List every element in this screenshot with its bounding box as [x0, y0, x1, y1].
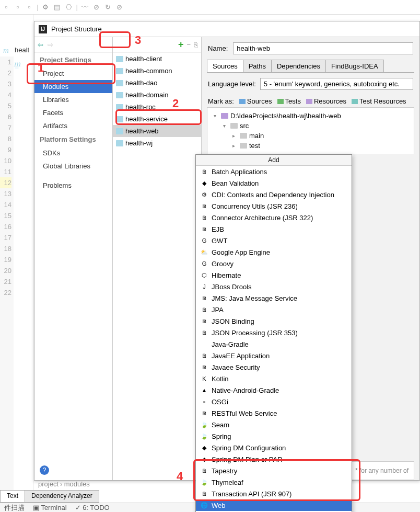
module-item[interactable]: health-wj — [113, 137, 201, 149]
sidebar-item-problems[interactable]: Problems — [34, 179, 112, 192]
add-framework-popup: Add 🗎Batch Applications◆Bean Validation⚙… — [195, 154, 352, 512]
popup-item[interactable]: 🍃Thymeleaf — [196, 476, 352, 488]
mark-as-label: Mark as: — [208, 97, 234, 105]
tab-dependencies[interactable]: Dependencies — [271, 60, 326, 72]
sidebar-item-sdks[interactable]: SDKs — [34, 146, 112, 160]
module-item[interactable]: health-rpc — [113, 101, 201, 113]
chip-icon[interactable]: ⎔ — [64, 3, 73, 12]
mark-test-resources[interactable]: Test Resources — [352, 97, 406, 105]
source-tree: ▾D:\IdeaProjects\health-wj\health-web ▾s… — [207, 107, 414, 154]
toolbar-icon[interactable]: ▫ — [2, 3, 10, 12]
popup-item[interactable]: 🍃Spring — [196, 430, 352, 442]
popup-item[interactable]: 🗎Transaction API (JSR 907) — [196, 488, 352, 499]
module-item[interactable]: health-domain — [113, 89, 201, 101]
back-icon[interactable]: ⇦ — [38, 41, 43, 49]
tree-test[interactable]: ▸test — [214, 141, 407, 151]
popup-item[interactable]: 🗎Batch Applications — [196, 166, 352, 177]
status-scan[interactable]: 件扫描 — [4, 503, 25, 513]
tree-root[interactable]: ▾D:\IdeaProjects\health-wj\health-web — [214, 111, 407, 121]
add-icon[interactable]: + — [178, 39, 184, 50]
m-icon: m — [0, 45, 12, 56]
name-input[interactable] — [233, 42, 413, 54]
status-terminal[interactable]: ▣ Terminal — [33, 504, 67, 511]
tab-label[interactable]: healt — [14, 45, 30, 55]
module-item[interactable]: health-service — [113, 113, 201, 125]
sidebar-item-modules[interactable]: Modules — [34, 80, 112, 93]
module-item[interactable]: health-web — [113, 125, 201, 137]
popup-item[interactable]: KKotlin — [196, 373, 352, 384]
language-level-label: Language level: — [208, 80, 256, 88]
tab-findbugs[interactable]: FindBugs-IDEA — [325, 60, 384, 72]
main-toolbar: ▫ ▫ ▫ | ⚙ ▤ ⎔ | 〰 ⊘ ↻ ⊘ — [0, 0, 420, 15]
popup-item[interactable]: 🗎RESTful Web Service — [196, 407, 352, 419]
popup-item[interactable]: JJBoss Drools — [196, 281, 352, 292]
sidebar-item-project[interactable]: Project — [34, 67, 112, 80]
popup-item[interactable]: 🍃Seam — [196, 419, 352, 430]
bottom-tabs: Text Dependency Analyzer — [0, 490, 99, 503]
help-icon[interactable]: ? — [40, 465, 49, 475]
mark-tests[interactable]: Tests — [277, 97, 301, 105]
breadcrumb: project › modules — [34, 478, 94, 490]
popup-item[interactable]: GGroovy — [196, 258, 352, 269]
popup-item[interactable]: ⚙CDI: Contexts and Dependency Injection — [196, 189, 352, 200]
mark-sources[interactable]: Sources — [239, 97, 272, 105]
mark-resources[interactable]: Resources — [306, 97, 346, 105]
tab-paths[interactable]: Paths — [243, 60, 272, 72]
tab-text[interactable]: Text — [0, 490, 25, 503]
toolbar-icon[interactable]: ▫ — [25, 3, 33, 12]
toolbar-icon[interactable]: ▫ — [14, 3, 22, 12]
module-tabs: Sources Paths Dependencies FindBugs-IDEA — [207, 60, 414, 73]
structure-icon[interactable]: ▤ — [53, 3, 61, 12]
popup-item[interactable]: 🗎JPA — [196, 304, 352, 315]
popup-item[interactable]: Java-Gradle — [196, 338, 352, 350]
popup-item[interactable]: ◆Bean Validation — [196, 177, 352, 189]
popup-item[interactable]: ▫OSGi — [196, 396, 352, 407]
line-gutter: 12345678910111213141516171819202122 — [0, 56, 14, 491]
cancel-icon[interactable]: ⊘ — [115, 3, 124, 12]
popup-item[interactable]: ⬡Hibernate — [196, 269, 352, 281]
popup-item[interactable]: 🗎Javaee Security — [196, 361, 352, 373]
popup-item[interactable]: 🗎Concurrency Utils (JSR 236) — [196, 200, 352, 212]
settings-icon[interactable]: ⚙ — [41, 3, 50, 12]
editor-left-strip: m healt m̲ 12345678910111213141516171819… — [0, 15, 34, 491]
modules-toolbar: + − ⎘ — [113, 37, 201, 53]
m-icon-small: m̲ — [14, 60, 20, 69]
popup-item[interactable]: ⛅Google App Engine — [196, 246, 352, 258]
modules-list-panel: + − ⎘ health-clienthealth-commonhealth-d… — [113, 37, 202, 480]
popup-item[interactable]: 🗎JSON Processing (JSR 353) — [196, 327, 352, 338]
sidebar-item-global-libraries[interactable]: Global Libraries — [34, 160, 112, 173]
popup-item[interactable]: 🗎JavaEE Application — [196, 350, 352, 361]
refresh-icon[interactable]: ↻ — [104, 3, 112, 12]
popup-item[interactable]: 🗎JSON Binding — [196, 315, 352, 327]
intellij-icon: IJ — [39, 25, 47, 33]
tab-sources[interactable]: Sources — [207, 60, 243, 72]
copy-icon[interactable]: ⎘ — [194, 41, 198, 49]
popup-item[interactable]: ◆Spring DM Plan or PAR — [196, 453, 352, 465]
popup-item[interactable]: 🗎EJB — [196, 223, 352, 235]
stop-icon[interactable]: ⊘ — [92, 3, 101, 12]
popup-title: Add — [196, 155, 352, 166]
remove-icon[interactable]: − — [186, 41, 191, 49]
sidebar-item-libraries[interactable]: Libraries — [34, 93, 112, 106]
popup-item[interactable]: 🗎JMS: Java Message Service — [196, 292, 352, 304]
popup-item[interactable]: ◆Spring DM Configuration — [196, 442, 352, 453]
status-todo[interactable]: ✓ 6: TODO — [75, 504, 110, 511]
tab-dependency-analyzer[interactable]: Dependency Analyzer — [25, 490, 99, 503]
forward-icon[interactable]: ⇨ — [48, 41, 53, 49]
tree-main[interactable]: ▸main — [214, 131, 407, 141]
popup-item[interactable]: ▲Native-Android-Gradle — [196, 384, 352, 396]
sidebar-item-facets[interactable]: Facets — [34, 106, 112, 119]
module-item[interactable]: health-client — [113, 53, 201, 65]
tree-src[interactable]: ▾src — [214, 121, 407, 131]
settings-sidebar: ⇦ ⇨ Project Settings Project Modules Lib… — [34, 37, 113, 480]
language-level-select[interactable]: 5 - 'enum' keyword, generics, autoboxing… — [260, 78, 413, 90]
section-header: Project Settings — [34, 53, 112, 67]
module-item[interactable]: health-dao — [113, 77, 201, 89]
sidebar-item-artifacts[interactable]: Artifacts — [34, 119, 112, 132]
popup-item[interactable]: 🗎Connector Architecture (JSR 322) — [196, 212, 352, 223]
activity-icon[interactable]: 〰 — [81, 3, 89, 12]
module-item[interactable]: health-common — [113, 65, 201, 77]
popup-item[interactable]: 🌐Web — [196, 499, 352, 511]
popup-item[interactable]: 🗎Tapestry — [196, 465, 352, 476]
popup-item[interactable]: GGWT — [196, 235, 352, 246]
